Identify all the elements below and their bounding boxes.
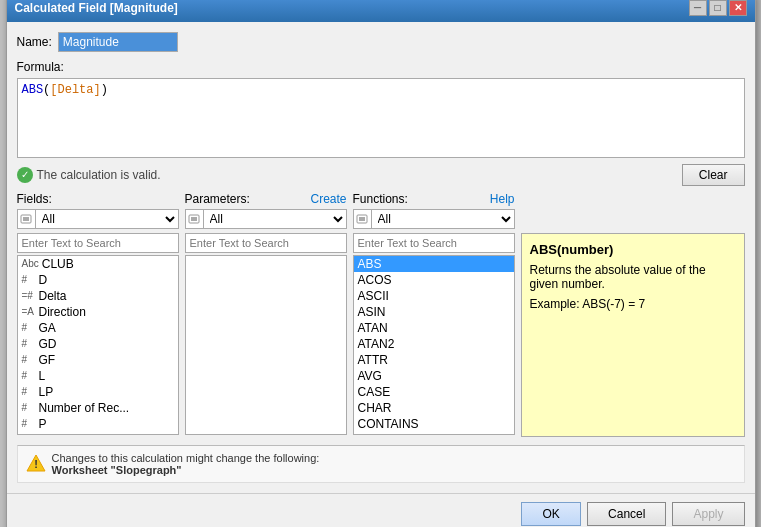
svg-rect-3 [189, 215, 199, 223]
fields-list[interactable]: AbcCLUB #D =#Delta =ADirection #GA #GD #… [17, 255, 179, 435]
funcs-label: Functions: [353, 192, 408, 206]
item-name: LP [39, 385, 54, 399]
calculated-field-dialog: Calculated Field [Magnitude] ─ □ ✕ Name:… [6, 0, 756, 527]
type-icon: # [22, 274, 36, 285]
funcs-dropdown-icon [353, 209, 371, 229]
list-item[interactable]: CASE [354, 384, 514, 400]
help-title: ABS(number) [530, 242, 736, 257]
item-name: Delta [39, 289, 67, 303]
params-dropdown-icon [185, 209, 203, 229]
funcs-header: Functions: Help [353, 192, 515, 206]
fields-dropdown-icon [17, 209, 35, 229]
button-row: OK Cancel Apply [7, 493, 755, 528]
type-icon: # [22, 418, 36, 429]
help-example-text: Example: ABS(-7) = 7 [530, 297, 646, 311]
type-icon: =# [22, 290, 36, 301]
list-item[interactable]: =ADirection [18, 304, 178, 320]
svg-text:!: ! [34, 458, 38, 470]
fields-dropdown[interactable]: All [35, 209, 179, 229]
list-item[interactable]: #GF [18, 352, 178, 368]
warning-message: Changes to this calculation might change… [52, 452, 320, 464]
funcs-list[interactable]: ABS ACOS ASCII ASIN ATAN ATAN2 ATTR AVG … [353, 255, 515, 435]
list-item[interactable]: #L [18, 368, 178, 384]
funcs-dropdown[interactable]: All [371, 209, 515, 229]
params-search-input[interactable] [185, 233, 347, 253]
list-item[interactable]: ATAN2 [354, 336, 514, 352]
list-item[interactable]: ASCII [354, 288, 514, 304]
validation-text: The calculation is valid. [37, 168, 161, 182]
list-item[interactable]: CONTAINS [354, 416, 514, 432]
help-box: ABS(number) Returns the absolute value o… [521, 233, 745, 437]
title-bar: Calculated Field [Magnitude] ─ □ ✕ [7, 0, 755, 22]
help-desc-text: Returns the absolute value of the given … [530, 263, 706, 291]
list-item[interactable]: ACOS [354, 272, 514, 288]
help-example: Example: ABS(-7) = 7 [530, 297, 736, 311]
formula-field: [Delta] [50, 83, 100, 97]
list-item[interactable]: #GA [18, 320, 178, 336]
list-item[interactable]: ATTR [354, 352, 514, 368]
list-item[interactable]: ATAN [354, 320, 514, 336]
help-header [521, 192, 745, 206]
item-name: Direction [39, 305, 86, 319]
type-icon: Abc [22, 258, 39, 269]
help-description: Returns the absolute value of the given … [530, 263, 736, 291]
columns-area: Fields: All AbcCLUB #D =#Delta =ADirecti… [17, 192, 745, 437]
type-icon: =A [22, 306, 36, 317]
clear-button[interactable]: Clear [682, 164, 745, 186]
item-name: CONTAINS [358, 417, 419, 431]
item-name: ATTR [358, 353, 388, 367]
item-name: ASIN [358, 305, 386, 319]
item-name: ATAN2 [358, 337, 395, 351]
formula-paren-close: ) [101, 83, 108, 97]
params-dropdown-row: All [185, 209, 347, 229]
list-item[interactable]: =#Delta [18, 288, 178, 304]
params-list[interactable] [185, 255, 347, 435]
name-row: Name: [17, 32, 745, 52]
params-label: Parameters: [185, 192, 250, 206]
validation-message: ✓ The calculation is valid. [17, 167, 161, 183]
item-name: CLUB [42, 257, 74, 271]
item-name: GA [39, 321, 56, 335]
item-name: D [39, 273, 48, 287]
apply-button: Apply [672, 502, 744, 526]
item-name: GF [39, 353, 56, 367]
fields-column: Fields: All AbcCLUB #D =#Delta =ADirecti… [17, 192, 179, 437]
warning-detail: Worksheet "Slopegraph" [52, 464, 182, 476]
list-item[interactable]: #LP [18, 384, 178, 400]
formula-display[interactable]: ABS([Delta]) [17, 78, 745, 158]
list-item[interactable]: CHAR [354, 400, 514, 416]
list-item[interactable]: ASIN [354, 304, 514, 320]
check-icon: ✓ [17, 167, 33, 183]
funcs-search-input[interactable] [353, 233, 515, 253]
item-name: ATAN [358, 321, 388, 335]
list-item[interactable]: AbcCLUB [18, 256, 178, 272]
params-column: Parameters: Create All [185, 192, 347, 437]
list-item[interactable]: #Number of Rec... [18, 400, 178, 416]
item-name: ABS [358, 257, 382, 271]
help-header-label [521, 192, 524, 206]
list-item[interactable]: ABS [354, 256, 514, 272]
fields-label: Fields: [17, 192, 52, 206]
svg-rect-6 [357, 215, 367, 223]
close-button[interactable]: ✕ [729, 0, 747, 16]
list-item[interactable]: #D [18, 272, 178, 288]
name-label: Name: [17, 35, 52, 49]
item-name: GD [39, 337, 57, 351]
list-item[interactable]: AVG [354, 368, 514, 384]
list-item[interactable]: #GD [18, 336, 178, 352]
list-item[interactable]: #P [18, 416, 178, 432]
type-icon: # [22, 354, 36, 365]
fields-search-input[interactable] [17, 233, 179, 253]
create-link[interactable]: Create [310, 192, 346, 206]
help-link[interactable]: Help [490, 192, 515, 206]
minimize-button[interactable]: ─ [689, 0, 707, 16]
ok-button[interactable]: OK [521, 502, 581, 526]
warning-icon: ! [26, 453, 46, 473]
cancel-button[interactable]: Cancel [587, 502, 666, 526]
item-name: ACOS [358, 273, 392, 287]
name-input[interactable] [58, 32, 178, 52]
type-icon: # [22, 402, 36, 413]
maximize-button[interactable]: □ [709, 0, 727, 16]
formula-label: Formula: [17, 60, 745, 74]
params-dropdown[interactable]: All [203, 209, 347, 229]
